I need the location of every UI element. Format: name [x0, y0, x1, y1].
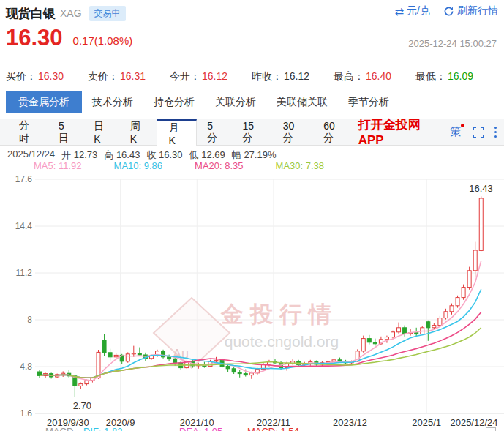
macd-dif: DIF: 1.82	[83, 426, 123, 431]
quote-page: 现货白银 XAG 交易中 ⇄ 元/克 刷新行情 16.30 0.17(1.08%…	[0, 0, 504, 431]
svg-text:16.43: 16.43	[469, 183, 493, 194]
candles-layer	[38, 196, 484, 397]
watermark-title: 金投行情	[220, 301, 338, 327]
svg-text:2.70: 2.70	[73, 400, 91, 411]
macd-value: MACD: 1.54	[247, 426, 299, 431]
candlestick-chart[interactable]: 17.614.411.284.81.6Au金投行情quote.cngold.or…	[0, 168, 504, 431]
svg-text:8: 8	[27, 315, 32, 325]
macd-label: MACD	[45, 426, 73, 431]
svg-text:2025/1: 2025/1	[412, 417, 441, 428]
svg-text:14.4: 14.4	[15, 221, 33, 231]
svg-text:2025/12/24: 2025/12/24	[450, 417, 497, 428]
macd-dea: DEA: 1.05	[179, 426, 222, 431]
svg-text:1.6: 1.6	[20, 408, 32, 419]
chart-canvas: 17.614.411.284.81.6Au金投行情quote.cngold.or…	[0, 0, 504, 431]
indicator-settings-icon[interactable]	[486, 427, 496, 431]
watermark-url: quote.cngold.org	[225, 333, 339, 350]
macd-indicator-row: MACD DIF: 1.82 DEA: 1.05 MACD: 1.54	[45, 426, 299, 431]
annotations-layer: 2.7016.43	[73, 183, 493, 411]
svg-text:11.2: 11.2	[16, 268, 33, 278]
svg-text:17.6: 17.6	[15, 174, 33, 184]
svg-text:2023/12: 2023/12	[333, 417, 367, 428]
svg-text:4.8: 4.8	[20, 361, 32, 372]
